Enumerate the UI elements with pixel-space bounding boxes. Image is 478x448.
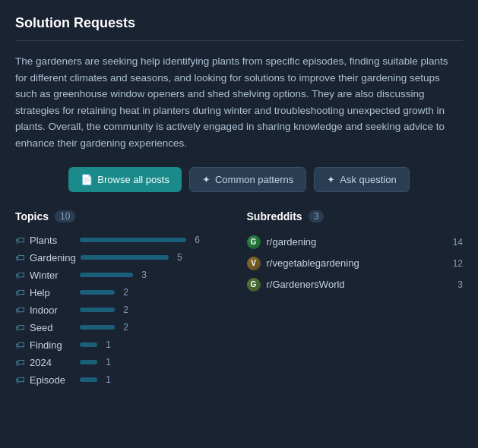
tag-icon: 🏷 (15, 304, 25, 316)
subreddit-count: 14 (453, 237, 463, 248)
list-item: V r/vegetablegardening 12 (247, 253, 464, 274)
subreddits-list: G r/gardening 14 V r/vegetablegardening … (247, 232, 464, 295)
divider (15, 40, 463, 41)
topic-bar (80, 360, 97, 364)
browse-all-posts-button[interactable]: 📄 Browse all posts (68, 167, 182, 192)
subreddits-header: Subreddits 3 (247, 210, 464, 222)
ask-question-button[interactable]: ✦ Ask question (314, 167, 409, 192)
topic-count: 2 (119, 322, 128, 333)
ask-label: Ask question (340, 174, 396, 185)
topic-count: 3 (138, 270, 147, 280)
patterns-label: Common patterns (215, 174, 293, 185)
list-item: 🏷 Seed 2 (15, 319, 232, 336)
tag-icon: 🏷 (15, 374, 25, 386)
list-item: G r/GardenersWorld 3 (247, 274, 464, 295)
subreddit-left: V r/vegetablegardening (247, 257, 359, 270)
list-item: 🏷 Winter 3 (15, 267, 232, 284)
subreddits-title: Subreddits (247, 210, 302, 222)
main-container: Solution Requests The gardeners are seek… (0, 0, 478, 404)
actions-bar: 📄 Browse all posts ✦ Common patterns ✦ A… (15, 167, 463, 192)
tag-icon: 🏷 (15, 322, 25, 333)
topic-bar (80, 290, 115, 295)
summary-text: The gardeners are seeking help identifyi… (15, 53, 463, 152)
subreddits-section: Subreddits 3 G r/gardening 14 V r/vegeta… (247, 210, 464, 389)
common-patterns-button[interactable]: ✦ Common patterns (189, 167, 306, 192)
subreddit-name: r/GardenersWorld (267, 279, 345, 290)
list-item: G r/gardening 14 (247, 232, 464, 253)
subreddits-count: 3 (309, 210, 324, 222)
topic-bar (80, 342, 97, 347)
topic-label: 2024 (30, 357, 75, 368)
document-icon: 📄 (81, 174, 93, 185)
topic-count: 1 (102, 374, 111, 385)
list-item: 🏷 Finding 1 (15, 336, 232, 354)
subreddit-count: 12 (453, 258, 463, 269)
subreddit-count: 3 (457, 279, 463, 290)
tag-icon: 🏷 (15, 287, 25, 298)
topic-bar (80, 273, 133, 277)
page-title: Solution Requests (15, 15, 463, 31)
topic-bar (81, 255, 169, 260)
tag-icon: 🏷 (15, 235, 25, 246)
topic-count: 5 (173, 252, 182, 263)
ask-icon: ✦ (327, 174, 335, 185)
topic-label: Plants (30, 235, 75, 246)
topic-label: Seed (30, 322, 75, 333)
topic-label: Indoor (30, 304, 75, 316)
tag-icon: 🏷 (15, 339, 25, 351)
subreddit-left: G r/GardenersWorld (247, 278, 345, 292)
topic-bar (80, 377, 97, 382)
list-item: 🏷 Gardening 5 (15, 249, 232, 267)
topics-section: Topics 10 🏷 Plants 6 🏷 Gardening 5 🏷 Win… (15, 210, 232, 389)
topics-title: Topics (15, 210, 49, 222)
topics-count: 10 (55, 210, 75, 222)
list-item: 🏷 Help 2 (15, 284, 232, 301)
topic-label: Winter (30, 270, 75, 281)
tag-icon: 🏷 (15, 252, 25, 263)
topic-bar (80, 238, 186, 242)
list-item: 🏷 Indoor 2 (15, 301, 232, 319)
topic-bar (80, 308, 115, 312)
subreddit-avatar: V (247, 257, 261, 270)
subreddit-avatar: G (247, 235, 261, 249)
tag-icon: 🏷 (15, 270, 25, 281)
pattern-icon: ✦ (202, 174, 211, 185)
list-item: 🏷 Episode 1 (15, 371, 232, 389)
list-item: 🏷 2024 1 (15, 354, 232, 371)
topic-label: Help (30, 287, 75, 298)
topic-bar (80, 325, 115, 330)
subreddit-name: r/vegetablegardening (267, 257, 359, 269)
subreddit-avatar: G (247, 278, 261, 292)
tag-icon: 🏷 (15, 357, 25, 368)
topics-header: Topics 10 (15, 210, 232, 222)
topic-count: 1 (102, 339, 111, 350)
two-column-section: Topics 10 🏷 Plants 6 🏷 Gardening 5 🏷 Win… (15, 210, 463, 389)
topic-count: 2 (119, 287, 128, 298)
topic-label: Gardening (30, 252, 76, 263)
topics-list: 🏷 Plants 6 🏷 Gardening 5 🏷 Winter 3 🏷 He… (15, 232, 232, 389)
subreddit-name: r/gardening (267, 236, 317, 248)
topic-label: Finding (30, 339, 75, 351)
browse-label: Browse all posts (97, 174, 169, 185)
topic-count: 1 (102, 357, 111, 368)
topic-label: Episode (30, 374, 75, 386)
list-item: 🏷 Plants 6 (15, 232, 232, 249)
subreddit-left: G r/gardening (247, 235, 317, 249)
topic-count: 2 (119, 304, 128, 315)
topic-count: 6 (191, 235, 200, 245)
